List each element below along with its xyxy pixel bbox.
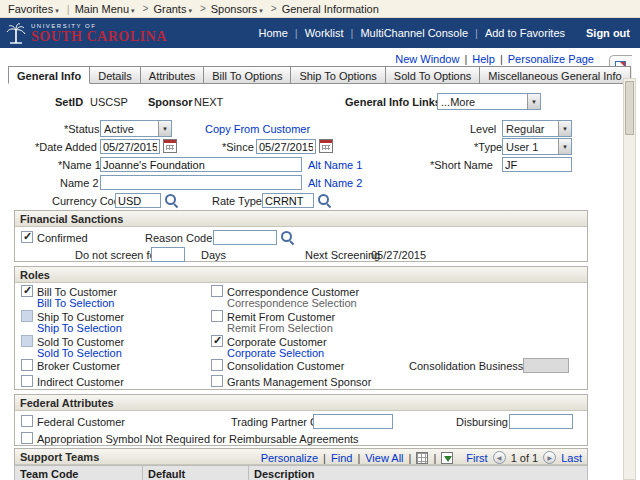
lookup-icon[interactable] (164, 193, 178, 207)
toolbar-separator: | (409, 452, 412, 464)
breadcrumb-sponsors[interactable]: Sponsors (211, 3, 263, 15)
tab-general-info[interactable]: General Info (8, 66, 90, 84)
tab-ship-to-options[interactable]: Ship To Options (290, 66, 385, 84)
indirect-customer-checkbox[interactable] (21, 375, 33, 387)
calendar-icon[interactable] (163, 139, 177, 153)
view-all-link[interactable]: View All (365, 452, 403, 464)
short-name-input[interactable] (502, 157, 572, 172)
trading-partner-code-input[interactable] (313, 414, 393, 429)
last-link[interactable]: Last (561, 452, 582, 464)
since-label: *Since (222, 141, 254, 153)
currency-code-input[interactable] (115, 193, 161, 208)
roles-section: Roles Bill To Customer Bill To Selection… (14, 266, 588, 390)
previous-row-icon[interactable] (493, 451, 506, 464)
do-not-screen-input[interactable] (151, 247, 185, 262)
general-info-links-select[interactable]: ...More (437, 93, 541, 110)
sold-to-selection-link[interactable]: Sold To Selection (37, 347, 122, 359)
bill-to-selection-link[interactable]: Bill To Selection (37, 297, 114, 309)
roles-title: Roles (20, 269, 50, 281)
federal-customer-checkbox[interactable] (21, 415, 33, 427)
date-added-input[interactable] (100, 139, 160, 154)
help-link[interactable]: Help (472, 53, 495, 65)
consolidation-customer-checkbox[interactable] (211, 359, 223, 371)
federal-attributes-title: Federal Attributes (20, 397, 114, 409)
since-input[interactable] (256, 139, 316, 154)
personalize-link[interactable]: Personalize (261, 452, 318, 464)
tab-misc-general-info[interactable]: Miscellaneous General Info (479, 66, 630, 84)
tab-attributes[interactable]: Attributes (140, 66, 204, 84)
personalize-page-link[interactable]: Personalize Page (508, 53, 594, 65)
support-teams-header: Support Teams Personalize | Find | View … (15, 449, 587, 465)
remit-from-customer-checkbox[interactable] (211, 310, 223, 322)
consolidation-customer-label: Consolidation Customer (227, 360, 344, 372)
column-description[interactable]: Description (249, 466, 587, 480)
appropriation-symbol-label: Appropriation Symbol Not Required for Re… (37, 433, 359, 445)
confirmed-label: Confirmed (37, 232, 88, 244)
sign-out-link[interactable]: Sign out (586, 27, 630, 39)
type-label: *Type (474, 141, 502, 153)
alt-name2-link[interactable]: Alt Name 2 (308, 177, 362, 189)
lookup-icon[interactable] (280, 230, 294, 244)
multichannel-console-link[interactable]: MultiChannel Console (360, 27, 468, 39)
dropdown-arrow-icon (527, 94, 540, 109)
breadcrumb-favorites[interactable]: Favorites (8, 3, 59, 15)
reason-code-input[interactable] (213, 230, 277, 245)
general-info-links-value: ...More (441, 96, 523, 108)
first-link[interactable]: First (466, 452, 487, 464)
toolbar-separator: | (433, 452, 436, 464)
add-to-favorites-link[interactable]: Add to Favorites (485, 27, 565, 39)
bill-to-customer-checkbox[interactable] (21, 285, 33, 297)
ship-to-customer-checkbox[interactable] (21, 310, 33, 322)
download-icon[interactable] (441, 452, 453, 464)
disbursing-office-input[interactable] (509, 414, 573, 429)
next-row-icon[interactable] (543, 451, 556, 464)
peoplesoft-window: Favorites | Main Menu > Grants > Sponsor… (0, 0, 640, 480)
tab-details[interactable]: Details (89, 66, 141, 84)
breadcrumb-main-menu[interactable]: Main Menu (75, 3, 135, 15)
logo-line1: UNIVERSITY OF (31, 23, 167, 29)
name1-input[interactable] (100, 157, 302, 172)
appropriation-symbol-checkbox[interactable] (21, 432, 33, 444)
app-header: UNIVERSITY OF SOUTH CAROLINA Home | Work… (0, 18, 640, 48)
home-link[interactable]: Home (258, 27, 287, 39)
alt-name1-link[interactable]: Alt Name 1 (308, 159, 362, 171)
rate-type-input[interactable] (262, 193, 314, 208)
dropdown-arrow-icon (558, 139, 571, 154)
column-default[interactable]: Default (143, 466, 249, 480)
level-select[interactable]: Regular (502, 120, 572, 137)
vertical-scrollbar[interactable] (623, 78, 636, 480)
type-select[interactable]: User 1 (502, 138, 572, 155)
breadcrumb-grants[interactable]: Grants (153, 3, 192, 15)
zoom-grid-icon[interactable] (416, 452, 428, 464)
new-window-link[interactable]: New Window (395, 53, 459, 65)
header-nav: Home | Worklist | MultiChannel Console |… (258, 27, 630, 39)
name2-input[interactable] (100, 175, 302, 190)
page-tabs: General Info Details Attributes Bill To … (8, 66, 602, 84)
worklist-link[interactable]: Worklist (305, 27, 344, 39)
scrollbar-thumb[interactable] (625, 81, 634, 135)
status-select[interactable]: Active (100, 120, 172, 137)
tab-sold-to-options[interactable]: Sold To Options (385, 66, 480, 84)
breadcrumb-favorites-label: Favorites (8, 3, 53, 15)
confirmed-checkbox[interactable] (21, 231, 33, 243)
calendar-icon[interactable] (319, 139, 333, 153)
next-screening-value: 05/27/2015 (371, 249, 426, 261)
usc-logotype: UNIVERSITY OF SOUTH CAROLINA (31, 23, 167, 44)
broker-customer-label: Broker Customer (37, 360, 120, 372)
copy-from-customer-link[interactable]: Copy From Customer (205, 123, 310, 135)
days-label: Days (201, 249, 226, 261)
ship-to-selection-link[interactable]: Ship To Selection (37, 322, 122, 334)
find-link[interactable]: Find (331, 452, 352, 464)
column-team-code[interactable]: Team Code (15, 466, 143, 480)
lookup-icon[interactable] (317, 193, 331, 207)
broker-customer-checkbox[interactable] (21, 359, 33, 371)
correspondence-customer-checkbox[interactable] (211, 285, 223, 297)
type-value: User 1 (506, 141, 554, 153)
corporate-customer-checkbox[interactable] (211, 335, 223, 347)
chevron-down-icon (129, 3, 135, 15)
corporate-selection-link[interactable]: Corporate Selection (227, 347, 324, 359)
tab-bill-to-options[interactable]: Bill To Options (203, 66, 291, 84)
toolbar-separator: | (357, 452, 360, 464)
sold-to-customer-checkbox[interactable] (21, 335, 33, 347)
grants-management-sponsor-checkbox[interactable] (211, 375, 223, 387)
